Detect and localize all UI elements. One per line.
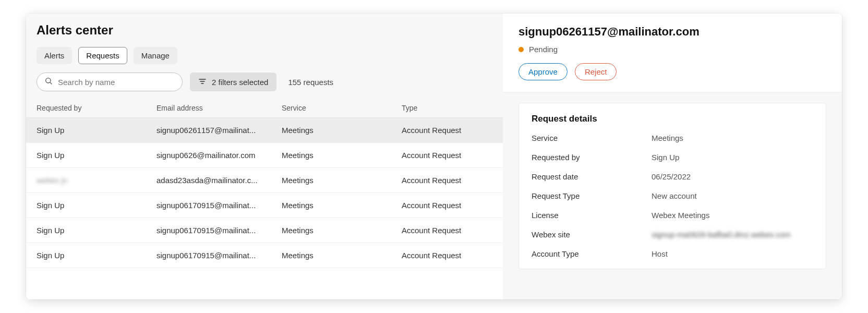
cell-email: signup0626@mailinator.com (156, 151, 282, 160)
svg-line-1 (50, 82, 52, 84)
table-header: Requested by Email address Service Type (26, 97, 503, 118)
search-icon (44, 77, 53, 87)
cell-email: signup06170915@mailinat... (156, 226, 282, 235)
field-label-service: Service (532, 134, 652, 142)
reject-button[interactable]: Reject (575, 63, 617, 80)
status-label: Pending (529, 45, 558, 54)
field-label-license: License (532, 211, 652, 220)
field-value-request-type: New account (652, 191, 813, 200)
field-label-account-type: Account Type (532, 249, 652, 258)
detail-title: signup06261157@mailinator.com (519, 25, 826, 39)
cell-requested-by: Sign Up (37, 201, 156, 210)
table-row[interactable]: Sign Up signup06170915@mailinat... Meeti… (26, 193, 503, 218)
table-row[interactable]: Sign Up signup06261157@mailinat... Meeti… (26, 118, 503, 143)
col-type[interactable]: Type (402, 104, 492, 112)
field-label-requested-by: Requested by (532, 153, 652, 162)
cell-email: signup06170915@mailinat... (156, 251, 282, 260)
table-body: Sign Up signup06261157@mailinat... Meeti… (26, 118, 503, 299)
detail-panel: signup06261157@mailinator.com Pending Ap… (503, 14, 842, 299)
cell-service: Meetings (282, 176, 402, 185)
cell-type: Account Request (402, 201, 492, 210)
field-value-request-date: 06/25/2022 (652, 172, 813, 181)
cell-service: Meetings (282, 151, 402, 160)
cell-requested-by: webex jn (37, 176, 156, 185)
field-label-request-date: Request date (532, 172, 652, 181)
cell-email: signup06170915@mailinat... (156, 201, 282, 210)
cell-type: Account Request (402, 126, 492, 135)
cell-requested-by: Sign Up (37, 126, 156, 135)
cell-service: Meetings (282, 226, 402, 235)
alerts-center-panel: Alerts center Alerts Requests Manage (26, 14, 503, 299)
search-field[interactable] (37, 73, 183, 91)
cell-requested-by: Sign Up (37, 251, 156, 260)
field-value-account-type: Host (652, 249, 813, 258)
tab-requests[interactable]: Requests (78, 47, 127, 64)
table-row[interactable]: Sign Up signup06170915@mailinat... Meeti… (26, 218, 503, 243)
filter-icon (198, 78, 207, 87)
page-title: Alerts center (37, 23, 492, 38)
col-service[interactable]: Service (282, 104, 402, 112)
tab-bar: Alerts Requests Manage (37, 47, 492, 64)
cell-type: Account Request (402, 251, 492, 260)
search-input[interactable] (58, 78, 175, 87)
cell-service: Meetings (282, 251, 402, 260)
requests-count: 155 requests (288, 78, 333, 87)
cell-type: Account Request (402, 151, 492, 160)
field-value-license: Webex Meetings (652, 211, 813, 220)
field-label-webex-site: Webex site (532, 230, 652, 239)
cell-email: adasd23asda@mailinator.c... (156, 176, 282, 185)
table-row[interactable]: Sign Up signup0626@mailinator.com Meetin… (26, 143, 503, 168)
col-email[interactable]: Email address (156, 104, 282, 112)
svg-point-0 (46, 78, 51, 83)
status-dot-icon (519, 47, 524, 52)
cell-email: signup06261157@mailinat... (156, 126, 282, 135)
cell-type: Account Request (402, 226, 492, 235)
field-value-webex-site: signup-ma0626-bafba0.dmz.webex.com (652, 230, 813, 239)
request-details-heading: Request details (532, 114, 813, 124)
field-value-service: Meetings (652, 134, 813, 142)
filters-label: 2 filters selected (212, 78, 268, 87)
field-label-request-type: Request Type (532, 191, 652, 200)
approve-button[interactable]: Approve (519, 63, 568, 80)
col-requested-by[interactable]: Requested by (37, 104, 156, 112)
status-badge: Pending (519, 45, 826, 54)
cell-service: Meetings (282, 126, 402, 135)
cell-requested-by: Sign Up (37, 151, 156, 160)
cell-requested-by: Sign Up (37, 226, 156, 235)
filters-button[interactable]: 2 filters selected (190, 73, 276, 91)
table-row[interactable]: webex jn adasd23asda@mailinator.c... Mee… (26, 168, 503, 193)
tab-manage[interactable]: Manage (134, 47, 177, 64)
request-details-card: Request details Service Meetings Request… (519, 103, 826, 269)
cell-service: Meetings (282, 201, 402, 210)
cell-type: Account Request (402, 176, 492, 185)
table-row[interactable]: Sign Up signup06170915@mailinat... Meeti… (26, 243, 503, 268)
toolbar: 2 filters selected 155 requests (37, 73, 492, 91)
field-value-requested-by: Sign Up (652, 153, 813, 162)
tab-alerts[interactable]: Alerts (37, 47, 72, 64)
